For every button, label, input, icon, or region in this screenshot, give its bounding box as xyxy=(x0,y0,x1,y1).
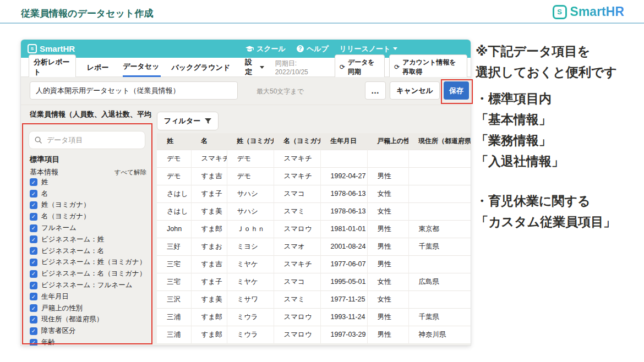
app-nav: 分析レポート レポート データセット バックグラウンド処理 設定 同期日: 20… xyxy=(21,58,471,77)
field-checkbox-row[interactable]: ✓ フルネーム xyxy=(30,222,148,234)
table-row[interactable]: デモ すま吉 デモ スマキチ 1992-04-27 男性 xyxy=(157,167,471,185)
dataset-name-input[interactable] xyxy=(30,81,238,100)
cell-first-name: すま吉 xyxy=(191,167,227,185)
deselect-all-link[interactable]: すべて解除 xyxy=(114,168,146,177)
tab-dataset[interactable]: データセット xyxy=(123,58,160,77)
field-search-input[interactable] xyxy=(46,135,130,145)
cell-first-name-kana: スマコ xyxy=(274,185,320,202)
cell-first-name: すま郎 xyxy=(191,308,227,326)
field-checkbox-row[interactable]: ✓ ビジネスネーム：名 xyxy=(30,245,148,257)
menu-item-help[interactable]: ? ヘルプ xyxy=(297,44,329,54)
annotation-group-standard: ・標準項目内「基本情報」「業務情報」「入退社情報」 xyxy=(476,88,642,172)
checkbox-checked-icon[interactable]: ✓ xyxy=(30,235,37,243)
table-header-cell[interactable]: 生年月日 xyxy=(320,133,367,150)
cell-gender: 男性 xyxy=(367,326,408,343)
checkbox-checked-icon[interactable]: ✓ xyxy=(30,293,37,300)
funnel-icon xyxy=(205,118,211,124)
field-checkbox-row[interactable]: ✓ 生年月日 xyxy=(30,291,148,303)
cell-gender: 女性 xyxy=(367,290,408,308)
checkbox-checked-icon[interactable]: ✓ xyxy=(30,190,37,198)
app-logo-text: SmartHR xyxy=(40,44,75,53)
cell-last-name-kana: ミヨシ xyxy=(227,238,274,255)
checkbox-checked-icon[interactable]: ✓ xyxy=(30,259,37,266)
cell-last-name: 三浦 xyxy=(157,326,191,343)
field-checkbox-row[interactable]: ✓ 姓（ヨミガナ） xyxy=(30,200,148,211)
cell-gender: 男性 xyxy=(367,167,408,185)
cell-last-name: 三浦 xyxy=(157,308,191,326)
checkbox-checked-icon[interactable]: ✓ xyxy=(30,224,37,232)
field-checkbox-row[interactable]: ✓ 名 xyxy=(30,188,148,200)
refetch-account-button[interactable]: ⟳ アカウント情報を再取得 xyxy=(389,54,467,80)
tab-background-processing[interactable]: バックグラウンド処理 xyxy=(172,58,234,77)
checkbox-checked-icon[interactable]: ✓ xyxy=(30,316,37,323)
page: 従業員情報のデータセット作成 S SmartHR S SmartHR スクール … xyxy=(0,0,644,362)
field-checkbox-row[interactable]: ✓ 年齢 xyxy=(30,337,148,345)
checkbox-checked-icon[interactable]: ✓ xyxy=(30,304,37,312)
cell-gender: 男性 xyxy=(367,238,408,255)
field-checkbox-row[interactable]: ✓ 障害者区分 xyxy=(30,325,148,337)
cell-last-name: デモ xyxy=(157,150,191,167)
field-checkbox-row[interactable]: ✓ 戸籍上の性別 xyxy=(30,303,148,314)
cell-prefecture: 東京都 xyxy=(408,220,471,238)
table-row[interactable]: 三浦 すま郎 ミウラ スマロウ 1997-03-29 男性 神奈川県 xyxy=(157,326,471,343)
checkbox-checked-icon[interactable]: ✓ xyxy=(30,247,37,255)
table-row[interactable]: デモ スマキチ デモ スマキチ xyxy=(157,150,471,167)
checkbox-checked-icon[interactable]: ✓ xyxy=(30,201,37,209)
menu-release-notes-label: リリースノート xyxy=(340,44,391,54)
settings-dropdown[interactable]: 設定 xyxy=(245,57,264,77)
filter-button[interactable]: フィルター xyxy=(157,112,219,130)
checkbox-checked-icon[interactable]: ✓ xyxy=(30,339,37,345)
more-options-button[interactable]: … xyxy=(365,81,386,100)
table-header-cell[interactable]: 名 xyxy=(191,133,227,150)
cell-gender: 女性 xyxy=(367,202,408,220)
table-row[interactable]: さはし すま子 サハシ スマコ 1978-06-13 女性 xyxy=(157,185,471,202)
table-row[interactable]: さはし すま美 サハシ スマミ 1978-06-13 女性 xyxy=(157,202,471,220)
table-row[interactable]: 三宅 すま子 ミヤケ スマコ 1995-05-01 女性 広島県 xyxy=(157,273,471,290)
field-checkbox-row[interactable]: ✓ 現住所（都道府県） xyxy=(30,314,148,326)
field-checkbox-row[interactable]: ✓ 名（ヨミガナ） xyxy=(30,211,148,222)
field-checkbox-row[interactable]: ✓ ビジネスネーム：フルネーム xyxy=(30,279,148,291)
field-checkbox-row[interactable]: ✓ ビジネスネーム：名（ヨミガナ） xyxy=(30,268,148,279)
menu-item-release-notes[interactable]: リリースノート xyxy=(340,44,398,54)
table-row[interactable]: 三浦 すま郎 ミウラ スマロウ 1993-11-24 男性 千葉県 xyxy=(157,308,471,326)
menu-item-school[interactable]: スクール xyxy=(245,44,286,54)
table-row[interactable]: John すま郎 Ｊｏｈｎ スマロウ 1981-01-01 男性 東京都 xyxy=(157,220,471,238)
brand-text: SmartHR xyxy=(570,4,624,19)
app-logo[interactable]: S SmartHR xyxy=(28,44,75,53)
table-header-cell[interactable]: 姓（ヨミガナ） xyxy=(227,133,274,150)
save-button[interactable]: 保存 xyxy=(444,81,469,100)
checkbox-checked-icon[interactable]: ✓ xyxy=(30,282,37,289)
table-row[interactable]: 三宅 すま吉 ミヤケ スマキチ 1977-06-07 男性 xyxy=(157,255,471,273)
table-row[interactable]: 三好 すまお ミヨシ スマオ 2001-08-24 男性 千葉県 xyxy=(157,238,471,255)
cell-gender: 女性 xyxy=(367,185,408,202)
tab-analysis-report[interactable]: 分析レポート xyxy=(29,54,76,80)
checkbox-checked-icon[interactable]: ✓ xyxy=(30,270,37,278)
graduation-cap-icon xyxy=(245,46,254,52)
cell-last-name-kana: サハシ xyxy=(227,185,274,202)
field-label: 姓 xyxy=(41,178,48,187)
table-header-cell[interactable]: 姓 xyxy=(157,133,191,150)
field-checkbox-row[interactable]: ✓ ビジネスネーム：姓 xyxy=(30,234,148,245)
cell-gender: 女性 xyxy=(367,273,408,290)
table-header-cell[interactable]: 現住所（都道府県） xyxy=(408,133,471,150)
table-header-cell[interactable]: 戸籍上の性別 xyxy=(367,133,408,150)
field-checkbox-row[interactable]: ✓ 姓 xyxy=(30,177,148,188)
cancel-button[interactable]: キャンセル xyxy=(390,81,440,100)
field-search-box[interactable] xyxy=(29,131,145,149)
field-label: 現住所（都道府県） xyxy=(41,315,103,324)
tab-report[interactable]: レポート xyxy=(87,58,112,77)
cell-birth-date xyxy=(320,150,367,167)
table-row[interactable]: 三沢 すま美 ミサワ スマミ 1977-11-25 女性 xyxy=(157,290,471,308)
checkbox-checked-icon[interactable]: ✓ xyxy=(30,178,37,186)
cell-last-name-kana: ミヤケ xyxy=(227,273,274,290)
field-label: ビジネスネーム：姓（ヨミガナ） xyxy=(41,257,146,267)
field-checkbox-row[interactable]: ✓ ビジネスネーム：姓（ヨミガナ） xyxy=(30,257,148,268)
checkbox-checked-icon[interactable]: ✓ xyxy=(30,213,37,221)
cell-first-name: スマキチ xyxy=(191,150,227,167)
sync-data-button[interactable]: ⟳ データを同期 xyxy=(335,54,385,80)
field-label: 障害者区分 xyxy=(41,326,76,336)
cell-birth-date: 1978-06-13 xyxy=(320,202,367,220)
table-header-cell[interactable]: 名（ヨミガナ） xyxy=(274,133,320,150)
checkbox-checked-icon[interactable]: ✓ xyxy=(30,327,37,335)
char-limit-hint: 最大50文字まで xyxy=(256,87,304,96)
